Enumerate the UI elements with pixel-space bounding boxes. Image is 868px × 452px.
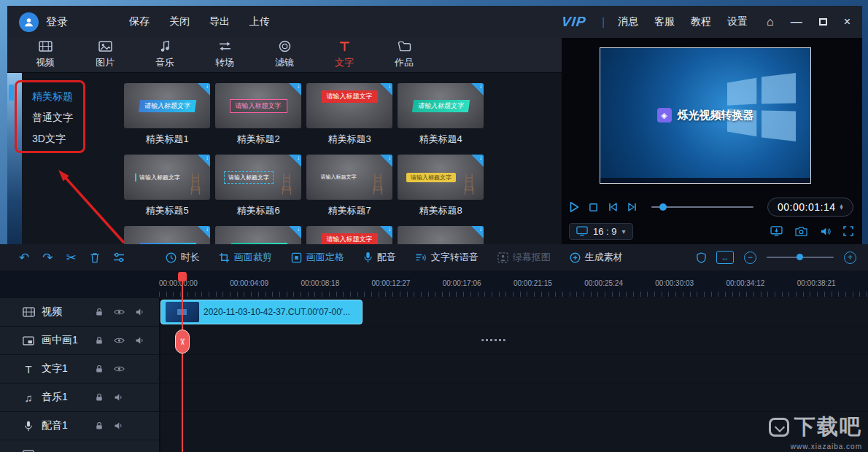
timeline-zoom-slider[interactable] <box>767 257 834 258</box>
sidebar-item-3d-text[interactable]: 3D文字 <box>32 128 108 149</box>
template-thumbnail[interactable]: 请输入标题文字 ↓ <box>215 226 301 244</box>
seek-slider[interactable] <box>651 206 753 208</box>
zoom-in-icon[interactable]: + <box>844 252 856 264</box>
track-header[interactable] <box>0 440 159 452</box>
visibility-eye-icon[interactable] <box>114 308 125 316</box>
menu-messages[interactable]: 消息 <box>618 15 638 28</box>
library-item[interactable]: 请输入标题文字 ↓ 精美标题1 <box>124 83 210 146</box>
dubbing-button[interactable]: 配音 <box>363 251 396 264</box>
seek-knob[interactable] <box>659 203 667 211</box>
tab-filter[interactable]: 滤镜 <box>273 39 296 69</box>
track-lane[interactable] <box>159 412 868 440</box>
library-item-partial[interactable]: 请输入标题文字 ↓ <box>215 226 301 244</box>
close-icon[interactable]: × <box>844 16 850 28</box>
library-item[interactable]: 请输入标题文字 ↓ 精美标题8 <box>398 155 484 217</box>
mute-speaker-icon[interactable] <box>135 336 144 345</box>
download-icon[interactable]: ↓ <box>289 155 301 167</box>
download-icon[interactable]: ↓ <box>289 83 301 96</box>
template-thumbnail[interactable]: 请输入标题文字 ↓ <box>124 226 210 244</box>
template-thumbnail[interactable]: 请输入标题文字 ↓ <box>398 155 484 200</box>
menu-upload[interactable]: 上传 <box>249 15 270 28</box>
play-icon[interactable] <box>569 201 579 213</box>
download-icon[interactable]: ↓ <box>471 83 484 96</box>
library-item[interactable]: 请输入标题文字 ↓ 精美标题2 <box>215 83 301 146</box>
home-icon[interactable]: ⌂ <box>767 16 774 28</box>
timecode-spinner[interactable]: ▴ ▾ <box>840 204 843 211</box>
download-icon[interactable]: ↓ <box>471 155 484 167</box>
menu-export[interactable]: 导出 <box>209 15 230 28</box>
lock-icon[interactable] <box>95 393 104 402</box>
maximize-icon[interactable] <box>819 16 827 28</box>
minimize-icon[interactable]: — <box>791 16 802 28</box>
download-icon[interactable]: ↓ <box>471 226 484 238</box>
fit-timeline-icon[interactable]: ↔ <box>716 251 734 264</box>
zoom-knob[interactable] <box>797 254 803 260</box>
tab-transition[interactable]: 转场 <box>213 39 236 69</box>
next-frame-icon[interactable] <box>627 202 638 212</box>
volume-icon[interactable] <box>820 227 831 236</box>
scissors-icon[interactable]: ✂ <box>66 252 77 264</box>
sidebar-item-plain-text[interactable]: 普通文字 <box>32 107 108 128</box>
timeline-clip[interactable]: 2020-11-03-10-42-37.CUT.00'07-00'... <box>160 300 363 324</box>
download-icon[interactable]: ↓ <box>380 83 392 96</box>
playhead-split-scissors[interactable]: ✂ <box>175 330 190 354</box>
trash-icon[interactable] <box>90 252 100 263</box>
template-thumbnail[interactable]: 请输入标题文字 ↓ <box>215 83 301 128</box>
library-item-partial[interactable]: 请输入标题文字 ↓ <box>306 226 392 244</box>
menu-support[interactable]: 客服 <box>654 15 675 28</box>
library-item[interactable]: 请输入标题文字 ↓ 精美标题3 <box>306 83 392 146</box>
template-thumbnail[interactable]: 请输入标题文字 ↓ <box>215 155 301 200</box>
user-avatar[interactable] <box>19 12 39 32</box>
download-icon[interactable]: ↓ <box>198 226 210 238</box>
vip-badge[interactable]: VIP <box>561 14 587 30</box>
tab-text[interactable]: 文字 <box>333 39 356 69</box>
timeline-ruler[interactable]: 00:00:00:00 00:00:04:09 00:00:08:18 00:0… <box>0 270 868 298</box>
template-thumbnail[interactable]: 请输入标题文字 ↓ <box>306 155 392 200</box>
menu-settings[interactable]: 设置 <box>727 15 748 28</box>
video-preview[interactable]: ◈ 烁光视频转换器 <box>600 47 811 184</box>
menu-tutorial[interactable]: 教程 <box>691 15 711 28</box>
library-item[interactable]: 请输入标题文字 ↓ 精美标题6 <box>215 155 301 217</box>
download-icon[interactable]: ↓ <box>198 155 210 167</box>
generate-material-button[interactable]: 生成素材 <box>570 251 623 264</box>
template-thumbnail[interactable]: 请输入标题文字 ↓ <box>124 155 210 200</box>
playhead-line[interactable] <box>182 273 183 452</box>
track-header[interactable]: T 文字1 <box>0 355 159 383</box>
track-lane[interactable] <box>159 383 868 411</box>
zoom-out-icon[interactable]: − <box>744 252 756 264</box>
track-lane[interactable]: 2020-11-03-10-42-37.CUT.00'07-00'... <box>159 298 868 326</box>
playhead-handle[interactable] <box>178 272 187 281</box>
stop-icon[interactable] <box>589 203 598 212</box>
track-lane[interactable] <box>159 440 868 452</box>
tab-works[interactable]: 作品 <box>392 39 416 69</box>
download-icon[interactable]: ↓ <box>380 155 392 167</box>
download-icon[interactable]: ↓ <box>289 226 301 238</box>
tab-image[interactable]: 图片 <box>93 39 117 69</box>
freeze-frame-button[interactable]: 画面定格 <box>291 251 344 264</box>
track-lane[interactable] <box>159 327 868 354</box>
duration-button[interactable]: 时长 <box>166 251 200 264</box>
tab-music[interactable]: 音乐 <box>153 39 177 69</box>
lock-icon[interactable] <box>95 421 104 430</box>
text-to-speech-button[interactable]: 文字转语音 <box>415 251 478 264</box>
track-header[interactable]: ♫ 音乐1 <box>0 383 159 411</box>
library-item-partial[interactable]: 请输入标题文字 ↓ <box>398 226 484 244</box>
lock-icon[interactable] <box>95 336 104 345</box>
library-item-partial[interactable]: 请输入标题文字 ↓ <box>124 226 210 244</box>
aspect-ratio-dropdown[interactable]: 16 : 9 ▾ <box>569 223 633 240</box>
adjust-sliders-icon[interactable] <box>113 252 125 262</box>
mute-speaker-icon[interactable] <box>114 393 123 402</box>
template-thumbnail[interactable]: 请输入标题文字 ↓ <box>398 226 484 244</box>
template-thumbnail[interactable]: 请输入标题文字 ↓ <box>398 83 484 128</box>
sidebar-item-fancy-titles[interactable]: 精美标题 <box>32 86 108 107</box>
lock-icon[interactable] <box>95 365 104 373</box>
library-item[interactable]: 请输入标题文字 ↓ 精美标题7 <box>306 155 392 217</box>
snapshot-camera-icon[interactable] <box>795 226 807 236</box>
track-header[interactable]: 视频 <box>0 298 159 326</box>
redo-icon[interactable]: ↷ <box>42 252 53 264</box>
track-header[interactable]: 配音1 <box>0 412 159 440</box>
visibility-eye-icon[interactable] <box>114 337 125 344</box>
shield-icon[interactable] <box>697 252 706 263</box>
lock-icon[interactable] <box>95 308 104 316</box>
library-item[interactable]: 请输入标题文字 ↓ 精美标题4 <box>398 83 484 146</box>
